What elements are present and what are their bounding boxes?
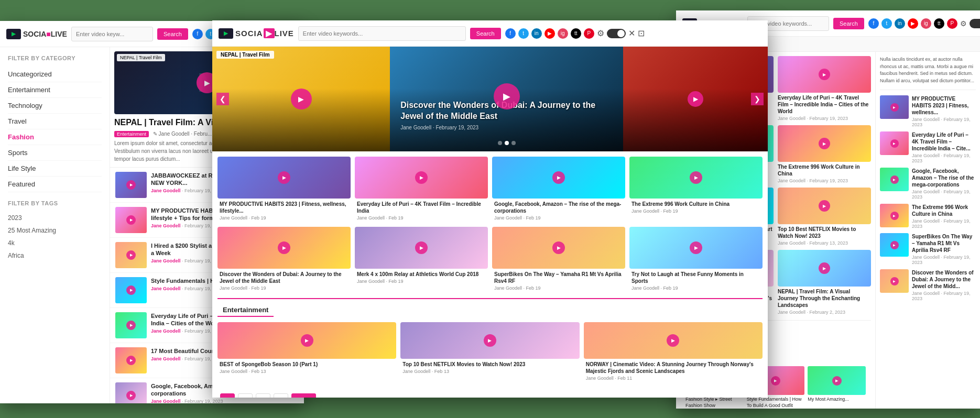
vg-play-5[interactable]: ▶ xyxy=(278,241,290,254)
filter-entertainment[interactable]: Entertainment xyxy=(8,82,102,98)
filter-fashion[interactable]: Fashion xyxy=(8,129,102,145)
m-twitter-icon[interactable]: t xyxy=(518,28,529,39)
r-dark-mode-toggle[interactable] xyxy=(970,19,980,28)
vg-thumb-1[interactable]: ▶ xyxy=(217,157,351,199)
vg-play-7[interactable]: ▶ xyxy=(552,241,565,254)
hero-slide-1-play[interactable]: ▶ xyxy=(291,89,312,109)
m-maximize-icon[interactable]: ⊡ xyxy=(638,28,645,38)
dot-2[interactable] xyxy=(505,141,509,145)
vg-thumb-8[interactable]: ▶ xyxy=(629,227,763,269)
m-tiktok-icon[interactable]: tt xyxy=(571,28,581,39)
tag-4k[interactable]: 4k xyxy=(8,237,102,249)
eg-play-3[interactable]: ▶ xyxy=(667,334,679,347)
hero-slide-2-play[interactable]: ▶ xyxy=(494,83,520,109)
main-search-btn[interactable]: Search xyxy=(470,28,501,39)
rt-play-8[interactable]: ▶ xyxy=(819,262,830,274)
rs-item-3[interactable]: ▶ Google, Facebook, Amazon – The rise of… xyxy=(880,168,976,200)
rt-play-2[interactable]: ▶ xyxy=(819,69,830,80)
page-next[interactable]: Next xyxy=(291,393,316,398)
rs-item-6[interactable]: ▶ Discover the Wonders of Dubai: A Journ… xyxy=(880,269,976,301)
rs-item-1[interactable]: ▶ MY PRODUCTIVE HABITS 2023 | Fitness, w… xyxy=(880,95,976,127)
rs-item-5[interactable]: ▶ SuperBikes On The Way – Yamaha R1 Mt V… xyxy=(880,233,976,265)
hero-slide-3-play[interactable]: ▶ xyxy=(688,91,703,107)
right-grid-item-4[interactable]: ▶ The Extreme 996 Work Culture in China … xyxy=(778,125,871,183)
vg-play-4[interactable]: ▶ xyxy=(690,171,702,184)
eg-play-1[interactable]: ▶ xyxy=(301,334,313,347)
list-play-7[interactable]: ▶ xyxy=(126,391,136,400)
page-1[interactable]: 1 xyxy=(220,393,235,398)
vg-play-3[interactable]: ▶ xyxy=(552,171,565,184)
rs-play-5[interactable]: ▶ xyxy=(890,241,899,249)
list-play-5[interactable]: ▶ xyxy=(126,321,136,330)
tag-25-most-amazing[interactable]: 25 Most Amazing xyxy=(8,224,102,237)
filter-travel[interactable]: Travel xyxy=(8,114,102,129)
trending-play-2[interactable]: ▶ xyxy=(771,376,780,386)
hero-prev-btn[interactable]: ❮ xyxy=(216,93,229,105)
list-play-1[interactable]: ▶ xyxy=(126,180,136,190)
r-settings-icon[interactable]: ⚙ xyxy=(960,19,967,28)
vg-thumb-3[interactable]: ▶ xyxy=(492,157,625,199)
list-play-2[interactable]: ▶ xyxy=(126,215,136,225)
tag-2023[interactable]: 2023 xyxy=(8,212,102,224)
m-settings-icon[interactable]: ⚙ xyxy=(597,28,604,38)
eg-thumb-1[interactable]: ▶ xyxy=(217,322,396,359)
m-youtube-icon[interactable]: ▶ xyxy=(545,28,555,39)
vg-play-8[interactable]: ▶ xyxy=(690,241,702,254)
left-search-input[interactable] xyxy=(71,27,153,41)
filter-technology[interactable]: Technology xyxy=(8,98,102,114)
left-search-btn[interactable]: Search xyxy=(157,28,188,40)
trending-item-3[interactable]: ▶ My Most Amazing... xyxy=(808,366,866,409)
m-facebook-icon[interactable]: f xyxy=(505,28,516,39)
r-facebook-icon[interactable]: f xyxy=(868,18,879,29)
m-dark-mode-toggle[interactable] xyxy=(607,29,626,38)
facebook-icon[interactable]: f xyxy=(192,29,203,39)
filter-featured[interactable]: Featured xyxy=(8,177,102,192)
vg-thumb-2[interactable]: ▶ xyxy=(355,157,488,199)
r-linkedin-icon[interactable]: in xyxy=(895,18,905,29)
main-search-input[interactable] xyxy=(298,26,466,41)
right-grid-item-8[interactable]: ▶ NEPAL | Travel Film: A Visual Journey … xyxy=(778,250,871,315)
r-pinterest-icon[interactable]: P xyxy=(947,18,957,29)
rs-play-1[interactable]: ▶ xyxy=(890,103,899,112)
list-play-3[interactable]: ▶ xyxy=(126,250,136,260)
dot-3[interactable] xyxy=(511,141,516,145)
hero-next-btn[interactable]: ❯ xyxy=(751,93,764,105)
rt-play-6[interactable]: ▶ xyxy=(819,200,830,212)
rt-play-4[interactable]: ▶ xyxy=(819,138,830,149)
filter-sports[interactable]: Sports xyxy=(8,145,102,161)
dot-1[interactable] xyxy=(498,141,502,145)
tag-africa[interactable]: Africa xyxy=(8,249,102,262)
r-youtube-icon[interactable]: ▶ xyxy=(908,18,918,29)
m-linkedin-icon[interactable]: in xyxy=(531,28,542,39)
list-play-6[interactable]: ▶ xyxy=(126,356,136,365)
page-2[interactable]: 2 xyxy=(238,393,253,398)
rs-item-4[interactable]: ▶ The Extreme 996 Work Culture in China … xyxy=(880,204,976,229)
trending-play-3[interactable]: ▶ xyxy=(832,376,842,386)
vg-thumb-7[interactable]: ▶ xyxy=(492,227,625,269)
eg-thumb-2[interactable]: ▶ xyxy=(400,322,579,359)
filter-uncategorized[interactable]: Uncategorized xyxy=(8,67,102,82)
rs-play-2[interactable]: ▶ xyxy=(890,139,899,148)
page-4[interactable]: 4 xyxy=(274,393,288,398)
vg-play-2[interactable]: ▶ xyxy=(415,171,428,184)
right-search-btn[interactable]: Search xyxy=(833,18,864,29)
r-twitter-icon[interactable]: t xyxy=(881,18,892,29)
m-pinterest-icon[interactable]: P xyxy=(584,28,594,39)
m-instagram-icon[interactable]: ig xyxy=(558,28,568,39)
eg-thumb-3[interactable]: ▶ xyxy=(584,322,763,359)
vg-thumb-4[interactable]: ▶ xyxy=(629,157,763,199)
vg-play-1[interactable]: ▶ xyxy=(278,171,290,184)
r-tiktok-icon[interactable]: tt xyxy=(934,18,944,29)
m-close-icon[interactable]: ✕ xyxy=(628,28,635,38)
rs-play-3[interactable]: ▶ xyxy=(890,175,899,184)
vg-thumb-5[interactable]: ▶ xyxy=(217,227,351,269)
list-play-4[interactable]: ▶ xyxy=(126,285,136,295)
rs-item-2[interactable]: ▶ Everyday Life of Puri – 4K Travel Film… xyxy=(880,131,976,163)
rs-play-4[interactable]: ▶ xyxy=(890,212,899,220)
vg-play-6[interactable]: ▶ xyxy=(415,241,428,254)
right-grid-item-2[interactable]: ▶ Everyday Life of Puri – 4K Travel Film… xyxy=(778,56,871,121)
vg-thumb-6[interactable]: ▶ xyxy=(355,227,488,269)
r-instagram-icon[interactable]: ig xyxy=(921,18,931,29)
right-grid-item-6[interactable]: ▶ Top 10 Best NETFLIX Movies to Watch No… xyxy=(778,188,871,246)
eg-play-2[interactable]: ▶ xyxy=(484,334,496,347)
